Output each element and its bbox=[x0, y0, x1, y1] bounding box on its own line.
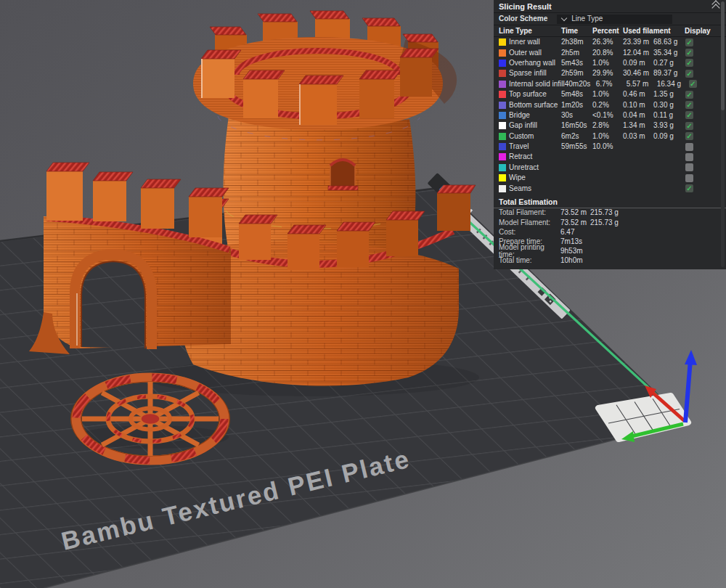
estimation-value: 6.47 bbox=[560, 229, 590, 236]
display-checkbox[interactable] bbox=[685, 143, 693, 151]
line-type-row: Travel 59m55s 10.0% bbox=[494, 142, 726, 152]
line-type-label: Unretract bbox=[509, 164, 561, 171]
line-type-row: Internal solid infill 40m20s 6.7% 5.57 m… bbox=[494, 79, 726, 89]
line-type-color-swatch bbox=[499, 153, 506, 160]
estimation-row: Total Filament: 73.52 m 215.73 g bbox=[494, 208, 726, 218]
line-type-filament-length: 12.04 m bbox=[623, 49, 653, 57]
total-estimation-table: Total Filament: 73.52 m 215.73 g Model F… bbox=[494, 208, 726, 266]
line-type-time: 6m2s bbox=[561, 133, 592, 140]
display-checkbox[interactable] bbox=[685, 163, 693, 171]
display-checkbox[interactable] bbox=[685, 153, 693, 161]
display-checkbox[interactable]: ✓ bbox=[685, 122, 693, 130]
bastion-merlon bbox=[437, 185, 476, 231]
line-type-filament-length: 0.03 m bbox=[623, 133, 653, 140]
wheel-disc-model[interactable] bbox=[71, 374, 229, 464]
line-type-filament-length: 1.34 m bbox=[623, 122, 653, 129]
line-type-table: Inner wall 2h38m 26.3% 23.39 m 68.63 g ✓… bbox=[494, 37, 726, 194]
line-type-label: Travel bbox=[509, 143, 561, 150]
line-type-row: Retract bbox=[494, 152, 726, 162]
estimation-label: Total time: bbox=[499, 257, 560, 264]
total-estimation-title: Total Estimation bbox=[494, 197, 726, 208]
line-type-time: 59m55s bbox=[561, 143, 592, 150]
display-checkbox[interactable]: ✓ bbox=[685, 91, 693, 99]
display-checkbox[interactable]: ✓ bbox=[685, 184, 693, 192]
line-type-filament-length: 0.04 m bbox=[623, 112, 653, 119]
line-type-filament-weight: 3.93 g bbox=[653, 122, 683, 129]
line-type-percent: 6.7% bbox=[596, 81, 627, 88]
display-checkbox[interactable]: ✓ bbox=[685, 132, 693, 140]
estimation-row: Model printing time: 9h53m bbox=[494, 247, 726, 256]
line-type-filament-weight: 68.63 g bbox=[653, 38, 683, 46]
line-type-filament-weight: 0.09 g bbox=[653, 133, 683, 140]
panel-header: Slicing Result bbox=[494, 0, 726, 13]
line-type-color-swatch bbox=[499, 91, 506, 98]
line-type-filament-weight: 16.34 g bbox=[657, 81, 687, 88]
color-scheme-dropdown[interactable]: Line Type bbox=[557, 15, 672, 24]
line-type-label: Bridge bbox=[509, 112, 561, 119]
line-type-color-swatch bbox=[499, 70, 506, 77]
line-type-row: Sparse infill 2h59m 29.9% 30.46 m 89.37 … bbox=[494, 68, 726, 78]
line-type-time: 40m20s bbox=[565, 81, 596, 88]
line-type-label: Gap infill bbox=[509, 122, 561, 129]
panel-scrollbar[interactable] bbox=[721, 1, 725, 267]
col-percent: Percent bbox=[592, 28, 623, 35]
line-type-percent: 1.0% bbox=[592, 133, 623, 140]
tower-window bbox=[328, 160, 358, 190]
line-type-color-swatch bbox=[499, 81, 506, 88]
line-type-row: Gap infill 16m50s 2.8% 1.34 m 3.93 g ✓ bbox=[494, 121, 726, 131]
estimation-label: Cost: bbox=[499, 229, 560, 236]
line-type-filament-length: 5.57 m bbox=[627, 81, 657, 88]
estimation-value: 7m13s bbox=[560, 238, 590, 245]
chevron-down-icon bbox=[561, 15, 567, 21]
scrollbar-thumb[interactable] bbox=[721, 1, 725, 110]
estimation-value: 10h0m bbox=[560, 257, 590, 264]
line-type-row: Unretract bbox=[494, 163, 726, 173]
line-type-color-swatch bbox=[499, 60, 506, 67]
line-type-row: Inner wall 2h38m 26.3% 23.39 m 68.63 g ✓ bbox=[494, 37, 726, 47]
line-type-label: Wipe bbox=[509, 174, 561, 181]
display-checkbox[interactable]: ✓ bbox=[685, 111, 693, 119]
estimation-value: 73.52 m bbox=[560, 219, 590, 226]
line-type-time: 5m43s bbox=[561, 60, 592, 67]
line-type-time: 2h38m bbox=[561, 38, 592, 46]
line-type-percent: 1.0% bbox=[592, 60, 623, 67]
display-checkbox[interactable] bbox=[685, 174, 693, 182]
line-type-color-swatch bbox=[499, 102, 506, 109]
line-type-filament-weight: 1.35 g bbox=[653, 91, 683, 98]
display-checkbox[interactable]: ✓ bbox=[685, 38, 693, 46]
estimation-value: 9h53m bbox=[560, 248, 590, 255]
estimation-row: Cost: 6.47 bbox=[494, 227, 726, 237]
display-checkbox[interactable]: ✓ bbox=[685, 101, 693, 109]
line-type-percent: 26.3% bbox=[592, 38, 623, 46]
collapse-panel-icon[interactable] bbox=[713, 3, 719, 11]
line-type-time: 2h5m bbox=[561, 49, 592, 57]
display-checkbox[interactable]: ✓ bbox=[685, 70, 693, 78]
estimation-label: Total Filament: bbox=[499, 209, 560, 216]
line-type-label: Sparse infill bbox=[509, 70, 561, 77]
estimation-value: 73.52 m bbox=[560, 209, 590, 216]
line-type-row: Wipe bbox=[494, 173, 726, 183]
line-type-row: Seams ✓ bbox=[494, 183, 726, 193]
line-type-filament-weight: 0.27 g bbox=[653, 60, 683, 67]
table-header: Line Type Time Percent Used filament Dis… bbox=[494, 25, 726, 37]
slicing-result-panel: Slicing Result Color Scheme Line Type Li… bbox=[494, 0, 726, 269]
display-checkbox[interactable]: ✓ bbox=[685, 59, 693, 67]
line-type-color-swatch bbox=[499, 133, 506, 140]
display-checkbox[interactable]: ✓ bbox=[689, 80, 697, 88]
castle-gate bbox=[75, 254, 152, 349]
estimation-label: Model Filament: bbox=[499, 219, 560, 226]
crown-merlon-near bbox=[299, 75, 343, 125]
line-type-percent: 10.0% bbox=[592, 143, 623, 150]
line-type-label: Bottom surface bbox=[509, 102, 561, 109]
display-checkbox[interactable]: ✓ bbox=[685, 49, 693, 57]
line-type-row: Bottom surface 1m20s 0.2% 0.10 m 0.30 g … bbox=[494, 99, 726, 110]
line-type-label: Internal solid infill bbox=[509, 81, 565, 88]
line-type-filament-weight: 35.34 g bbox=[653, 49, 683, 57]
estimation-row: Model Filament: 73.52 m 215.73 g bbox=[494, 218, 726, 227]
line-type-percent: 2.8% bbox=[592, 122, 623, 129]
line-type-row: Top surface 5m48s 1.0% 0.46 m 1.35 g ✓ bbox=[494, 89, 726, 99]
line-type-color-swatch bbox=[499, 174, 506, 181]
color-scheme-row: Color Scheme Line Type bbox=[494, 13, 726, 25]
col-line-type: Line Type bbox=[494, 28, 561, 35]
col-time: Time bbox=[561, 28, 592, 35]
